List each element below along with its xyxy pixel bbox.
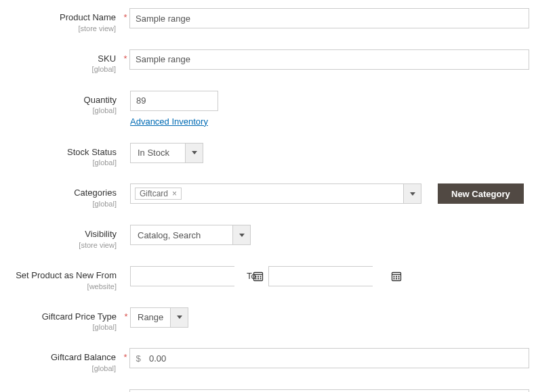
advanced-inventory-link[interactable]: Advanced Inventory bbox=[130, 116, 208, 127]
row-price-type: Giftcard Price Type [global] * Range bbox=[7, 307, 529, 332]
label-price-type: Giftcard Price Type bbox=[42, 311, 117, 322]
currency-symbol: $ bbox=[130, 349, 146, 368]
svg-rect-14 bbox=[396, 278, 397, 279]
scope-stock-status: [global] bbox=[7, 158, 117, 167]
lifetime-input[interactable] bbox=[129, 389, 529, 392]
price-type-value: Range bbox=[131, 308, 170, 327]
label-categories: Categories bbox=[74, 188, 117, 198]
scope-quantity: [global] bbox=[7, 106, 117, 115]
label-visibility: Visibility bbox=[85, 229, 117, 239]
row-quantity: Quantity [global] Advanced Inventory bbox=[7, 91, 529, 127]
svg-rect-10 bbox=[393, 276, 394, 277]
required-marker: * bbox=[121, 8, 129, 22]
svg-rect-12 bbox=[398, 276, 399, 277]
row-lifetime: Lifetime (days) [global] * bbox=[7, 389, 529, 392]
label-new-from: Set Product as New From bbox=[16, 270, 117, 280]
date-from-field[interactable] bbox=[130, 266, 234, 286]
balance-field[interactable]: $ bbox=[129, 348, 529, 368]
required-marker: * bbox=[122, 307, 130, 322]
close-icon[interactable]: × bbox=[172, 189, 177, 198]
scope-sku: [global] bbox=[7, 65, 116, 74]
required-marker: * bbox=[121, 49, 129, 64]
balance-input[interactable] bbox=[146, 349, 529, 368]
calendar-icon[interactable] bbox=[391, 267, 402, 286]
sku-input[interactable] bbox=[129, 49, 529, 70]
date-from-input[interactable] bbox=[131, 267, 253, 286]
chevron-down-icon bbox=[410, 192, 415, 196]
scope-categories: [global] bbox=[7, 200, 117, 209]
row-visibility: Visibility [store view] Catalog, Search bbox=[7, 225, 529, 250]
row-product-name: Product Name [store view] * bbox=[7, 8, 529, 33]
required-marker: * bbox=[121, 389, 129, 392]
scope-product-name: [store view] bbox=[7, 24, 116, 33]
label-sku: SKU bbox=[98, 53, 116, 64]
svg-rect-13 bbox=[393, 278, 394, 279]
scope-new-from: [website] bbox=[7, 282, 117, 291]
label-stock-status: Stock Status bbox=[67, 147, 117, 157]
visibility-value: Catalog, Search bbox=[131, 225, 232, 244]
chevron-down-icon bbox=[192, 151, 197, 154]
scope-price-type: [global] bbox=[7, 323, 117, 332]
chevron-down-icon bbox=[177, 315, 182, 319]
date-to-field[interactable] bbox=[268, 266, 373, 286]
row-sku: SKU [global] * bbox=[7, 49, 529, 74]
required-spacer bbox=[122, 91, 130, 95]
visibility-select[interactable]: Catalog, Search bbox=[130, 225, 251, 245]
row-new-from: Set Product as New From [website] To bbox=[7, 266, 529, 291]
svg-rect-11 bbox=[396, 276, 397, 277]
stock-status-value: In Stock bbox=[131, 144, 185, 162]
row-balance: Giftcard Balance [global] * $ bbox=[7, 348, 529, 373]
scope-visibility: [store view] bbox=[7, 241, 117, 250]
new-category-button[interactable]: New Category bbox=[438, 183, 524, 204]
product-name-input[interactable] bbox=[129, 8, 529, 28]
row-stock-status: Stock Status [global] In Stock bbox=[7, 143, 529, 168]
categories-multiselect[interactable]: Giftcard × bbox=[130, 183, 421, 204]
label-quantity: Quantity bbox=[84, 95, 117, 105]
price-type-select[interactable]: Range bbox=[130, 307, 188, 328]
required-spacer bbox=[122, 225, 130, 229]
quantity-input[interactable] bbox=[130, 91, 218, 111]
stock-status-select[interactable]: In Stock bbox=[130, 143, 203, 163]
label-product-name: Product Name bbox=[60, 12, 116, 22]
label-balance: Giftcard Balance bbox=[51, 352, 116, 362]
required-marker: * bbox=[121, 348, 129, 362]
svg-rect-15 bbox=[398, 278, 399, 279]
category-tag: Giftcard × bbox=[135, 188, 182, 200]
chevron-down-icon bbox=[239, 234, 245, 237]
to-label: To bbox=[241, 271, 262, 281]
scope-balance: [global] bbox=[7, 364, 116, 373]
required-spacer bbox=[122, 266, 130, 270]
category-tag-label: Giftcard bbox=[140, 189, 168, 198]
date-to-input[interactable] bbox=[269, 267, 391, 286]
row-categories: Categories [global] Giftcard × New Categ… bbox=[7, 183, 529, 209]
required-spacer bbox=[122, 183, 130, 188]
required-spacer bbox=[122, 143, 130, 147]
